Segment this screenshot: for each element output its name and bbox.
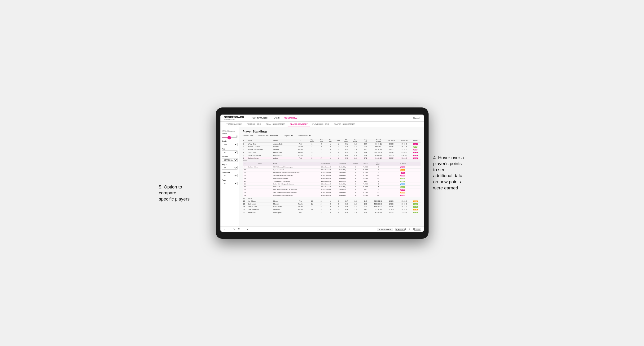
event-section-header: Niche [243, 160, 420, 162]
watch-button[interactable]: 👁 Watch ▼ [395, 228, 406, 230]
division-select[interactable]: NCAA Division I NCAA Division II [222, 158, 238, 162]
forward-button[interactable]: → [228, 228, 231, 230]
cell-overall: 381-61-11 [371, 142, 385, 145]
player-select[interactable]: (All) [222, 182, 238, 185]
event-row: 13 Amer An Intercollegiate NCAA Division… [243, 177, 420, 180]
tab-player-h2h-heatmap[interactable]: PLAYER H2H HEATMAP [332, 122, 358, 127]
cell-num: 1 [243, 142, 248, 145]
nav-committee[interactable]: COMMITTEE [284, 116, 297, 120]
event-row: 10 Tiger Invitational NCAA Division I St… [243, 169, 420, 171]
table-row: 22 Ian Gilligan Florida Third 10 24 1 0 … [243, 199, 420, 202]
conference-select[interactable]: (All) ACC SEC [222, 174, 238, 177]
right-annotation: 4. Hover over a player's points to see a… [433, 155, 490, 191]
eye-icon: 👁 [379, 228, 380, 230]
nav-tournaments[interactable]: TOURNAMENTS [251, 116, 268, 120]
more-button[interactable]: ⋯ [242, 228, 245, 230]
logo-area: SCOREBOARD Powered by clippi [224, 116, 244, 120]
tab-team-h2h-grid[interactable]: TEAM H2H GRID [244, 122, 264, 127]
sidebar-section-player: Player (All) [222, 179, 238, 185]
sidebar-section-gender: Gender Men Women All [222, 140, 238, 146]
dropdown-icon: ▼ [404, 228, 405, 230]
cell-school: Arizona State [273, 142, 294, 145]
nav-teams[interactable]: TEAMS [272, 116, 280, 120]
col-num: # [243, 139, 248, 143]
cell-wins: 1 [335, 142, 342, 145]
cell-no-rds: 1 [326, 142, 335, 145]
tab-player-h2h-grid[interactable]: PLAYER H2H GRID [310, 122, 332, 127]
logo-text: SCOREBOARD [224, 116, 244, 119]
event-row: 17 SEC Match Play hosted by Jerry Pate N… [243, 188, 420, 191]
download-button[interactable]: ⇓ [408, 228, 411, 230]
bottom-toolbar: ← → ↻ ☰ ⋯ ● 👁 View: Original 👁 Watch [220, 226, 424, 232]
col-adj-score: Adj.Score [342, 139, 350, 143]
gender-select[interactable]: Men Women All [222, 143, 238, 146]
main-content: Update time: 27/01/2024 16:56:26 No Rds.… [220, 127, 424, 226]
watch-icon: 👁 [396, 228, 397, 230]
col-vs50: Vs Top 50 [398, 139, 410, 143]
tab-team-h2h-heatmap[interactable]: TEAM H2H HEATMAP [264, 122, 288, 127]
col-vs25: Vs Top 25 [386, 139, 398, 143]
cell-adj-score: 67.1 [342, 142, 350, 145]
filter-gender-label: Gender: [243, 135, 249, 137]
share-icon: ⇧ [414, 228, 415, 230]
table-row: 24 Bastien Amat New Mexico Fourth 1 27 2… [243, 205, 420, 208]
cell-player: Wenyi Ding [248, 142, 273, 145]
copy-button[interactable]: ☰ [237, 228, 240, 230]
no-rds-slider[interactable] [222, 138, 238, 138]
event-row: 11 Wake Forest Invitational at Pinehurst… [243, 171, 420, 174]
col-avg-sg: AvgSG [360, 139, 371, 143]
filters-row: Gender: Men Division: NCAA Division I Re… [243, 135, 420, 137]
event-row: 9 Jackson Kolson UNCW Seahawk Intercolle… [243, 166, 420, 169]
view-original-button[interactable]: 👁 View: Original [377, 228, 393, 231]
year-label: Year [222, 148, 238, 150]
cell-points[interactable]: 60.64 [410, 142, 420, 145]
table-row: 6 Jackson Kolson Auburn First 2 27 1 1 6… [243, 157, 420, 160]
table-row: 2 Michael La Sasso Ole Miss Second 1 18 … [243, 145, 420, 148]
event-row: 15 Fallen Oak Collegiate Invitational NC… [243, 182, 420, 185]
cell-avg-sg: 3.07 [360, 142, 371, 145]
gender-label: Gender [222, 140, 238, 142]
region-label: Region [222, 164, 238, 165]
clock-button[interactable]: ● [246, 228, 249, 230]
event-row: 12 Southern Highlands Collegiate NCAA Di… [243, 174, 420, 177]
back-button[interactable]: ← [223, 228, 226, 230]
cell-reg-rank: 1 [307, 142, 317, 145]
filter-conference: Conference: All [298, 135, 311, 137]
year-select[interactable]: (All) 2024 2023 [222, 151, 238, 154]
filter-gender-val: Men [250, 135, 254, 137]
table-row: 21 Taeho... [243, 197, 420, 199]
conference-label: Conference [222, 172, 238, 173]
col-reg-rank: RegRank [307, 139, 317, 143]
share-button[interactable]: ⇧ Share [414, 228, 421, 230]
filter-region-label: Region: [284, 135, 290, 137]
table-row: 1 Wenyi Ding Arizona State First 1 15 1 … [243, 142, 420, 145]
table-row: 23 Jack Lundin Missouri Fourth 11 24 0 0… [243, 202, 420, 205]
tab-team-summary[interactable]: TEAM SUMMARY [224, 122, 244, 127]
toolbar-right: 👁 View: Original 👁 Watch ▼ ⇓ ⇧ Share [377, 228, 421, 231]
region-select[interactable]: N/A All East [222, 166, 238, 170]
sidebar-section-year: Year (All) 2024 2023 [222, 148, 238, 154]
tab-player-summary[interactable]: PLAYER SUMMARY [288, 122, 310, 127]
filter-gender: Gender: Men [243, 135, 254, 137]
no-rds-label: No Rds. [222, 133, 238, 135]
filter-region: Region: All [284, 135, 293, 137]
top-nav: SCOREBOARD Powered by clippi TOURNAMENTS… [220, 115, 424, 122]
cell-vs25: 29-15-0 [386, 142, 398, 145]
filter-conference-label: Conference: [298, 135, 308, 137]
tablet-frame: SCOREBOARD Powered by clippi TOURNAMENTS… [216, 107, 428, 239]
sidebar-section-conference: Conference (All) ACC SEC [222, 172, 238, 177]
player-label: Player [222, 179, 238, 181]
table-row: 25 Cole Sherwood Vanderbilt Fourth 12 23… [243, 208, 420, 211]
col-school: School [273, 139, 294, 143]
col-wins: Wins [335, 139, 342, 143]
sub-nav: TEAM SUMMARY TEAM H2H GRID TEAM H2H HEAT… [220, 122, 424, 127]
event-table-header: # Player Event Event Division Event Type… [243, 162, 420, 166]
refresh-button[interactable]: ↻ [233, 228, 236, 230]
cell-vs50: 17-23-0 [398, 142, 410, 145]
col-player: Player [248, 139, 273, 143]
update-time-label: Update time: 27/01/2024 16:56:26 [222, 130, 238, 133]
sign-out-button[interactable]: Sign out [413, 117, 420, 119]
tablet-screen: SCOREBOARD Powered by clippi TOURNAMENTS… [220, 115, 424, 232]
filter-division: Division: NCAA Division I [258, 135, 279, 137]
toolbar-left: ← → ↻ ☰ ⋯ ● [223, 228, 249, 230]
